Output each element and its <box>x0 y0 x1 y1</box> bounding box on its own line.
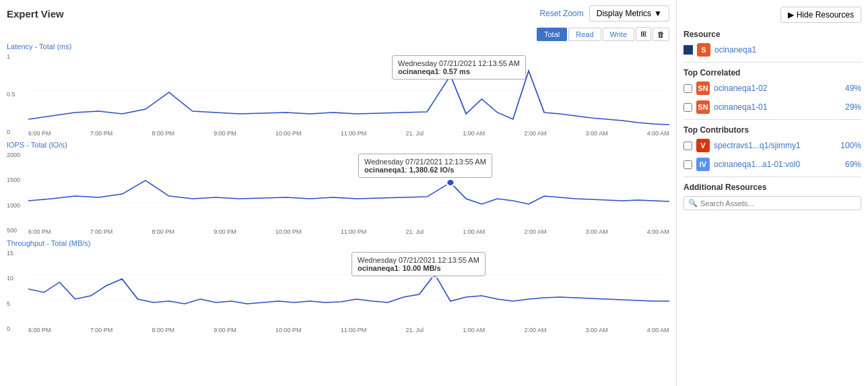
correlated-pct-0: 49% <box>845 84 861 93</box>
resource-item: S ocinaneqa1 <box>683 43 861 57</box>
iops-chart-section: IOPS - Total (IO/s) 2000 1500 1000 500 <box>7 141 669 235</box>
chevron-down-icon: ▼ <box>654 9 662 18</box>
contributor-checkbox-1[interactable] <box>683 160 692 169</box>
correlated-name-0[interactable]: ocinaneqa1-02 <box>714 84 767 93</box>
search-assets-box[interactable]: 🔍 <box>683 196 861 210</box>
hide-resources-button[interactable]: ▶ Hide Resources <box>780 7 861 23</box>
throughput-chart-svg <box>28 249 669 326</box>
contributor-badge-0: V <box>696 139 710 152</box>
display-metrics-button[interactable]: Display Metrics ▼ <box>589 5 669 22</box>
svg-point-3 <box>446 72 455 79</box>
search-icon: 🔍 <box>688 199 698 207</box>
iops-chart-svg <box>28 150 669 228</box>
throughput-y-axis: 15 10 5 0 <box>7 249 27 333</box>
play-icon: ▶ <box>788 10 794 20</box>
latency-chart-svg <box>28 52 669 129</box>
top-correlated-title: Top Correlated <box>683 68 861 77</box>
latency-x-axis: 6:00 PM 7:00 PM 8:00 PM 9:00 PM 10:00 PM… <box>28 130 669 137</box>
throughput-chart-title: Throughput - Total (MB/s) <box>7 239 669 247</box>
resource-name[interactable]: ocinaneqa1 <box>714 45 756 55</box>
latency-y-axis: 1 0.5 0 <box>7 52 27 137</box>
contributor-item-1: lV ocinaneqa1...a1-01:vol0 69% <box>683 158 861 171</box>
page-title: Expert View <box>7 8 64 20</box>
iops-y-axis: 2000 1500 1000 500 <box>7 150 27 235</box>
contributor-name-1[interactable]: ocinaneqa1...a1-01:vol0 <box>714 160 800 169</box>
resource-color-square <box>683 45 693 55</box>
throughput-chart-section: Throughput - Total (MB/s) 15 10 5 0 <box>7 239 669 333</box>
contributor-pct-1: 69% <box>845 160 861 169</box>
throughput-x-axis: 6:00 PM 7:00 PM 8:00 PM 9:00 PM 10:00 PM… <box>28 327 669 333</box>
contributor-checkbox-0[interactable] <box>683 141 692 150</box>
tab-read[interactable]: Read <box>568 28 601 41</box>
resource-badge-s: S <box>697 43 710 57</box>
contributor-item-0: V spectravs1...q1/sjimmy1 100% <box>683 139 861 152</box>
latency-chart-section: Latency - Total (ms) 1 0.5 0 <box>7 42 669 137</box>
additional-resources-title: Additional Resources <box>683 183 861 192</box>
tab-write[interactable]: Write <box>603 28 634 41</box>
contributor-badge-1: lV <box>696 158 710 171</box>
correlated-item-1: SN ocinaneqa1-01 29% <box>683 100 861 114</box>
svg-point-8 <box>446 179 455 186</box>
svg-point-13 <box>431 271 439 278</box>
contributor-pct-0: 100% <box>840 141 861 150</box>
correlated-checkbox-0[interactable] <box>683 84 692 93</box>
correlated-badge-1: SN <box>696 100 710 114</box>
correlated-item-0: SN ocinaneqa1-02 49% <box>683 82 861 95</box>
delete-icon[interactable]: 🗑 <box>653 28 669 41</box>
latency-chart-title: Latency - Total (ms) <box>7 42 669 51</box>
correlated-pct-1: 29% <box>845 102 861 112</box>
correlated-checkbox-1[interactable] <box>683 103 692 112</box>
correlated-badge-0: SN <box>696 82 710 95</box>
search-assets-input[interactable] <box>700 199 857 207</box>
reset-zoom-button[interactable]: Reset Zoom <box>539 9 583 18</box>
top-contributors-title: Top Contributors <box>683 125 861 135</box>
iops-x-axis: 6:00 PM 7:00 PM 8:00 PM 9:00 PM 10:00 PM… <box>28 228 669 235</box>
copy-icon[interactable]: ⊞ <box>636 27 651 41</box>
iops-chart-title: IOPS - Total (IO/s) <box>7 141 669 149</box>
contributor-name-0[interactable]: spectravs1...q1/sjimmy1 <box>714 141 801 150</box>
resource-section-title: Resource <box>683 30 861 39</box>
correlated-name-1[interactable]: ocinaneqa1-01 <box>714 102 767 112</box>
tab-total[interactable]: Total <box>537 28 567 41</box>
